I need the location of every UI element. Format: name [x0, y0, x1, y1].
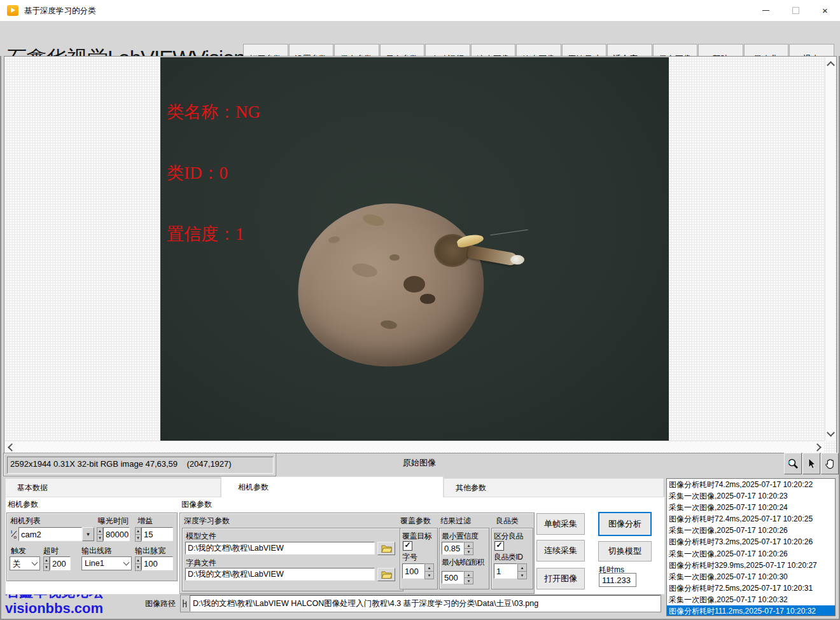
log-item[interactable]: 采集一次图像,2025-07-17 10:20:26 — [667, 525, 835, 536]
io-icon: Io — [10, 527, 18, 541]
overlay-target-checkbox[interactable] — [403, 541, 412, 551]
spin-down-button[interactable] — [135, 534, 141, 542]
app-icon — [7, 5, 18, 16]
min-confidence-spinner[interactable] — [442, 542, 473, 555]
open-image-button[interactable]: 打开图像 — [536, 568, 585, 589]
log-item[interactable]: 采集一次图像,2025-07-17 10:20:32 — [667, 594, 835, 605]
dict-file-label: 字典文件 — [186, 558, 216, 568]
chevron-down-icon[interactable] — [29, 557, 39, 570]
svg-text:I: I — [11, 529, 12, 535]
model-browse-button[interactable] — [377, 542, 395, 555]
horizontal-scrollbar[interactable] — [5, 441, 824, 452]
timeout-input[interactable] — [50, 557, 70, 570]
good-id-spinner[interactable] — [494, 563, 527, 579]
image-path-value[interactable]: D:\我的文档\教程\LabVIEW HALCON图像处理入门教程\4.3 基于… — [190, 595, 661, 612]
font-size-input[interactable] — [403, 564, 424, 578]
pulse-width-spinner[interactable] — [135, 556, 173, 570]
overlay-class-name: 类名称：NG — [167, 102, 260, 122]
scroll-left-icon[interactable] — [8, 443, 16, 451]
chevron-down-icon[interactable] — [82, 527, 94, 541]
model-file-label: 模型文件 — [186, 531, 216, 542]
path-icon — [181, 595, 190, 612]
log-item[interactable]: 采集一次图像,2025-07-17 10:20:23 — [667, 490, 835, 502]
continuous-capture-button[interactable]: 连续采集 — [536, 540, 585, 561]
font-size-spinner[interactable] — [402, 563, 434, 579]
camera-section-title: 相机参数 — [8, 499, 38, 510]
dict-browse-button[interactable] — [377, 568, 395, 581]
model-path-input[interactable] — [186, 542, 374, 554]
potato-fiber — [490, 230, 528, 235]
minimize-button[interactable] — [752, 0, 780, 21]
scroll-up-icon[interactable] — [827, 61, 835, 69]
tab-camera-params[interactable]: 相机参数 — [221, 476, 444, 497]
spin-down-button[interactable] — [43, 563, 50, 571]
vertical-scrollbar[interactable] — [825, 57, 836, 441]
window-title: 基于深度学习的分类 — [24, 6, 96, 17]
log-item[interactable]: 图像分析耗时72.5ms,2025-07-17 10:20:31 — [667, 582, 835, 594]
spin-down-button[interactable] — [517, 571, 527, 579]
analyze-image-button[interactable]: 图像分析 — [598, 512, 652, 536]
potato-blemish — [403, 276, 425, 293]
app-window: 基于深度学习的分类 × 石鑫华视觉LabVIEWVision 打开参数 设置参数… — [0, 0, 840, 620]
min-confidence-input[interactable] — [442, 543, 463, 555]
good-id-input[interactable] — [494, 564, 517, 578]
timeout-spinner[interactable] — [43, 556, 71, 570]
pan-tool-button[interactable] — [821, 453, 839, 474]
font-size-label: 字号 — [402, 552, 417, 563]
scroll-right-icon[interactable] — [813, 443, 822, 451]
image-path-control[interactable]: D:\我的文档\教程\LabVIEW HALCON图像处理入门教程\4.3 基于… — [180, 595, 661, 612]
camera-name-input[interactable] — [19, 528, 81, 541]
tab-other-params[interactable]: 其他参数 — [444, 478, 664, 497]
inspection-image: 类名称：NG 类ID：0 置信度：1 — [160, 57, 669, 441]
timeout-label: 超时 — [43, 546, 59, 556]
image-info-indicator: 2592x1944 0.31X 32-bit RGB image 47,63,5… — [7, 457, 274, 474]
log-item[interactable]: 采集一次图像,2025-07-17 10:20:26 — [667, 548, 835, 560]
zoom-tool-button[interactable] — [784, 453, 802, 474]
gain-label: 增益 — [137, 516, 153, 527]
dict-file-field[interactable] — [185, 568, 375, 581]
pulse-width-label: 输出脉宽 — [135, 546, 165, 556]
minimize-icon — [762, 10, 769, 11]
maximize-button[interactable] — [781, 0, 810, 21]
good-class-checkbox[interactable] — [494, 541, 504, 551]
switch-model-button[interactable]: 切换模型 — [598, 541, 652, 561]
trigger-value: 关 — [10, 557, 29, 570]
log-item[interactable]: 采集一次图像,2025-07-17 10:20:24 — [667, 502, 835, 513]
model-file-field[interactable] — [185, 542, 375, 555]
close-button[interactable]: × — [811, 0, 839, 21]
log-item[interactable]: 图像分析耗时73.2ms,2025-07-17 10:20:26 — [667, 536, 835, 548]
exposure-input[interactable] — [104, 528, 129, 541]
cursor-tool-button[interactable] — [802, 453, 820, 474]
gain-spinner[interactable] — [135, 527, 173, 541]
chevron-down-icon[interactable] — [121, 557, 131, 570]
pulse-width-input[interactable] — [142, 557, 172, 570]
image-title-label: 原始图像 — [403, 457, 436, 469]
spin-down-button[interactable] — [97, 534, 103, 542]
output-line-dropdown[interactable]: Line1 — [81, 556, 132, 570]
min-defect-area-spinner[interactable] — [442, 571, 473, 584]
spin-down-button[interactable] — [135, 563, 141, 571]
single-capture-button[interactable]: 单帧采集 — [536, 513, 585, 535]
log-item[interactable]: 图像分析耗时74.2ms,2025-07-17 10:20:22 — [667, 479, 835, 490]
log-item[interactable]: 图像分析耗时329.9ms,2025-07-17 10:20:27 — [667, 560, 835, 571]
spin-down-button[interactable] — [464, 577, 473, 584]
spin-down-button[interactable] — [464, 548, 473, 555]
dict-path-input[interactable] — [186, 568, 374, 580]
min-defect-area-input[interactable] — [442, 572, 463, 584]
log-item-selected[interactable]: 图像分析耗时111.2ms,2025-07-17 10:20:32 — [667, 605, 835, 616]
camera-list-dropdown[interactable]: Io — [10, 527, 94, 541]
tab-basic-data[interactable]: 基本数据 — [5, 478, 221, 497]
gain-input[interactable] — [142, 528, 172, 541]
log-item[interactable]: 图像分析耗时72.4ms,2025-07-17 10:20:25 — [667, 513, 835, 525]
elapsed-value: 111.233 — [599, 574, 631, 586]
output-line-value: Line1 — [82, 557, 121, 570]
trigger-dropdown[interactable]: 关 — [10, 556, 40, 570]
image-section-title: 图像参数 — [181, 499, 212, 510]
potato-body — [294, 199, 488, 371]
scroll-down-icon[interactable] — [827, 429, 835, 437]
spin-down-button[interactable] — [424, 571, 434, 579]
forum-url[interactable]: visionbbs.com — [5, 600, 103, 617]
exposure-spinner[interactable] — [97, 527, 130, 541]
magnifier-icon — [787, 458, 799, 470]
log-item[interactable]: 采集一次图像,2025-07-17 10:20:30 — [667, 571, 835, 582]
